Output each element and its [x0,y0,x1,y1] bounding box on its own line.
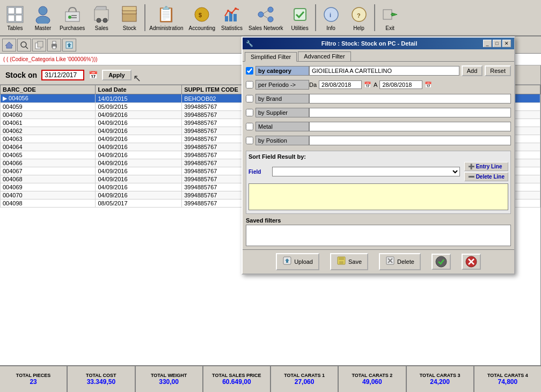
statistics-icon [222,5,242,24]
calendar-icon[interactable]: 📅 [89,71,98,79]
checkbox-brand[interactable] [246,95,253,102]
toolbar-administration[interactable]: 📋 Administration [147,3,186,33]
col-date: Load Date [96,85,182,94]
close-button[interactable]: ✕ [502,40,511,47]
total-value: 33.349,50 [87,378,115,386]
toolbar-tables[interactable]: Tables [1,3,29,33]
toolbar-sales[interactable]: Sales [87,3,115,33]
toolbar-master[interactable]: Master [29,3,57,33]
toolbar-purchases[interactable]: Purchases [57,3,87,33]
toolbar-exit[interactable]: Exit [376,3,404,33]
calendar-a-icon[interactable]: 📅 [425,82,432,88]
apply-button[interactable]: Apply [102,70,131,80]
svg-rect-9 [71,15,77,16]
toolbar-sep1 [144,4,145,31]
svg-text:$: $ [199,12,202,18]
filter-value-brand[interactable] [309,94,511,103]
total-value: 49,060 [362,378,382,386]
toolbar-accounting[interactable]: $ Accounting [186,3,218,33]
svg-point-39 [21,42,26,47]
sales-network-icon [256,5,275,24]
total-cell: TOTAL PIECES 23 [0,366,68,392]
dialog-tabs: Simplified Filter Advanced Filter [243,49,514,62]
sort-field-row: Field ➕ Entry Line ➖ Delete Line [248,162,508,181]
toolbar-statistics[interactable]: Statistics [218,3,246,33]
svg-rect-3 [8,15,14,21]
minimize-button[interactable]: _ [483,40,492,47]
toolbar-info[interactable]: i Info [317,3,345,33]
total-cell: TOTAL SALES PRICE 60.649,00 [203,366,271,392]
filter-value-category[interactable] [309,66,459,76]
period-a-input[interactable] [379,80,422,89]
saved-filters-box[interactable] [246,225,511,246]
save-button[interactable]: Save [330,253,368,270]
delete-line-button[interactable]: ➖ Delete Line [464,172,508,181]
title-controls: _ □ ✕ [483,40,511,47]
add-button[interactable]: Add [462,65,483,76]
saved-filters-label: Saved filters [246,217,281,224]
svg-rect-16 [122,6,136,11]
filter-value-metal[interactable] [309,122,511,131]
svg-point-25 [258,12,264,17]
sort-text-area[interactable] [248,183,508,210]
upload-button[interactable]: Upload [276,253,319,270]
accounting-label: Accounting [189,25,215,31]
checkbox-category[interactable] [246,67,253,75]
search-button[interactable] [17,39,31,51]
maximize-button[interactable]: □ [493,40,501,47]
filter-text: ( ( (Codice_Categoria Like '000006%'))) [3,56,98,62]
home-button[interactable] [2,39,16,51]
total-value: 60.649,00 [222,378,251,386]
toolbar-stock[interactable]: Stock [115,3,143,33]
total-cell: TOTAL WEIGHT 330,00 [136,366,203,392]
period-da-input[interactable] [319,80,362,89]
export-button[interactable] [62,39,76,51]
master-icon [33,5,53,24]
checkbox-periodo[interactable] [246,81,253,88]
reset-button[interactable]: Reset [485,65,511,76]
checkbox-position[interactable] [246,137,253,144]
svg-point-12 [97,18,101,23]
total-cell: TOTAL COST 33.349,50 [68,366,135,392]
info-label: Info [326,25,335,31]
dialog-title-text: Filtro : Stock: Stock on PC - Detail [321,40,417,47]
total-label: TOTAL CARATS 2 [352,373,392,378]
sales-icon [92,5,111,24]
tab-advanced-filter[interactable]: Advanced Filter [298,51,350,61]
svg-rect-35 [383,10,392,19]
administration-label: Administration [149,25,183,31]
cancel-button[interactable] [462,254,481,270]
stock-date-input[interactable] [41,70,84,80]
info-icon: i [321,5,341,24]
svg-rect-51 [339,257,344,260]
toolbar-help[interactable]: ? Help [345,3,373,33]
calendar-da-icon[interactable]: 📅 [364,82,371,88]
stock-label: Stock [123,25,136,31]
toolbar-sales-network[interactable]: Sales Network [246,3,286,33]
svg-point-27 [268,17,273,22]
purchases-label: Purchases [60,25,85,31]
field-select[interactable] [272,167,460,176]
checkbox-supplier[interactable] [246,109,253,116]
entry-line-button[interactable]: ➕ Entry Line [464,162,508,171]
total-label: TOTAL COST [86,373,116,378]
svg-rect-4 [16,15,22,21]
copy-button[interactable] [32,39,46,51]
print-button[interactable] [47,39,61,51]
sales-network-label: Sales Network [248,25,283,31]
ok-button[interactable] [432,254,451,270]
toolbar-utilities[interactable]: Utilities [286,3,314,33]
filter-value-position[interactable] [309,136,511,145]
checkbox-metal[interactable] [246,123,253,130]
svg-rect-44 [53,41,56,44]
svg-point-24 [235,8,237,10]
filter-value-supplier[interactable] [309,108,511,117]
toolbar-sep2 [315,4,316,31]
delete-button[interactable]: Delete [379,253,421,270]
tab-simplified-filter[interactable]: Simplified Filter [245,52,297,62]
total-cell: TOTAL CARATS 3 24,200 [407,366,474,392]
filter-dialog: 🔧 Filtro : Stock: Stock on PC - Detail _… [242,36,515,275]
svg-point-6 [36,16,50,24]
stock-icon [120,5,139,24]
entry-delete-row: ➕ Entry Line ➖ Delete Line [464,162,508,181]
